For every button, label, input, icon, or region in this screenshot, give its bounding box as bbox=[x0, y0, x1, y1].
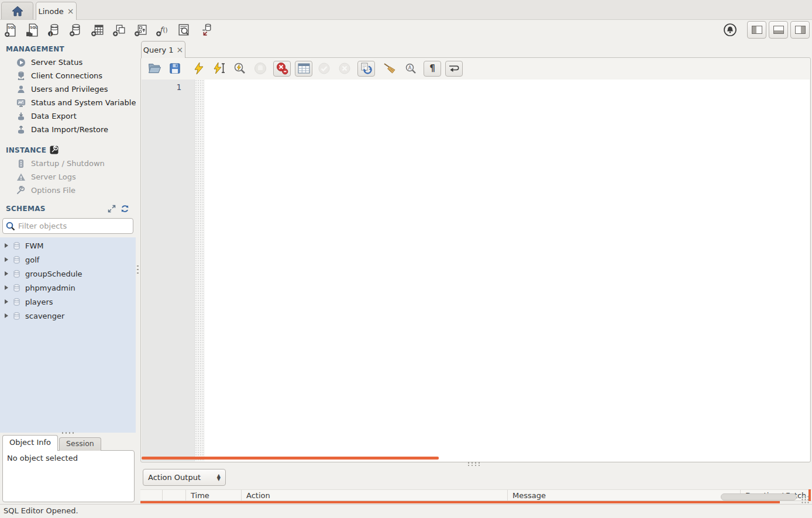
schema-icon bbox=[12, 298, 21, 306]
save-icon bbox=[169, 63, 181, 74]
code-area[interactable] bbox=[205, 80, 810, 461]
explain-plan-button[interactable] bbox=[232, 61, 247, 76]
server-logs-icon bbox=[16, 172, 26, 182]
find-button[interactable]: A bbox=[403, 61, 418, 76]
column-header-time[interactable]: Time bbox=[186, 490, 242, 500]
home-icon bbox=[12, 6, 23, 16]
sidebar-item-users-privileges[interactable]: Users and Privileges bbox=[0, 82, 136, 96]
overlay-scrollbar-thumb[interactable] bbox=[721, 493, 797, 500]
sidebar-item-status-variables[interactable]: Status and System Variables bbox=[0, 96, 136, 109]
execute-current-statement-button[interactable] bbox=[212, 61, 227, 76]
wrap-text-icon bbox=[449, 64, 459, 72]
execute-button[interactable] bbox=[191, 61, 207, 76]
code-fold-margin bbox=[195, 80, 205, 461]
open-file-button[interactable] bbox=[147, 61, 162, 76]
sql-editor[interactable]: 1 bbox=[142, 80, 810, 461]
output-view-selected: Action Output bbox=[148, 473, 217, 482]
output-panel: Action Output ▲▼ Time Action Message Dur… bbox=[140, 467, 811, 504]
stop-on-error-icon bbox=[276, 62, 288, 75]
sidebar-item-options-file[interactable]: Options File bbox=[0, 184, 136, 197]
expander-icon[interactable] bbox=[5, 243, 8, 248]
sidebar-item-label: Data Import/Restore bbox=[31, 125, 108, 134]
rollback-button bbox=[337, 61, 352, 76]
create-table-icon bbox=[90, 23, 105, 37]
schema-icon bbox=[12, 270, 21, 278]
create-schema-button[interactable] bbox=[65, 21, 87, 39]
show-invisibles-button[interactable]: ¶ bbox=[424, 61, 441, 77]
line-number-gutter: 1 bbox=[142, 80, 195, 461]
output-splitter-handle[interactable] bbox=[467, 461, 480, 466]
save-script-button[interactable] bbox=[167, 61, 183, 76]
sidebar-item-data-import[interactable]: Data Import/Restore bbox=[0, 123, 136, 136]
schema-row-golf[interactable]: golf bbox=[0, 253, 136, 267]
schemas-section-header: SCHEMAS bbox=[0, 197, 136, 215]
column-header-blank2[interactable] bbox=[163, 490, 186, 500]
create-procedure-icon bbox=[133, 23, 148, 37]
query-tab-label: Query 1 bbox=[143, 46, 174, 54]
beautify-sql-button[interactable] bbox=[383, 61, 398, 76]
sidebar-item-server-logs[interactable]: Server Logs bbox=[0, 170, 136, 184]
instance-section-title: INSTANCE bbox=[0, 136, 136, 157]
svg-text:SQL: SQL bbox=[8, 25, 15, 29]
users-privileges-icon bbox=[16, 84, 26, 94]
search-table-data-icon bbox=[177, 23, 191, 37]
info-panel-splitter-handle[interactable] bbox=[61, 431, 75, 434]
home-tab[interactable] bbox=[1, 2, 33, 19]
schema-row-phpmyadmin[interactable]: phpmyadmin bbox=[0, 281, 136, 295]
close-query-tab-icon[interactable]: × bbox=[177, 46, 184, 54]
reconnect-dbms-button[interactable] bbox=[195, 21, 216, 39]
output-view-selector[interactable]: Action Output ▲▼ bbox=[143, 469, 226, 486]
sidebar-splitter-handle[interactable] bbox=[136, 264, 139, 276]
notification-button[interactable] bbox=[720, 22, 740, 38]
toggle-left-sidebar-button[interactable] bbox=[747, 21, 766, 39]
column-header-blank1[interactable] bbox=[140, 490, 163, 500]
schema-inspector-button[interactable]: i bbox=[43, 21, 65, 39]
search-table-data-button[interactable] bbox=[173, 21, 195, 39]
expander-icon[interactable] bbox=[5, 285, 8, 290]
schema-filter-input[interactable] bbox=[16, 221, 130, 231]
tab-session[interactable]: Session bbox=[59, 437, 101, 451]
schema-icon bbox=[12, 241, 21, 250]
create-function-button[interactable]: ƒ () bbox=[152, 21, 173, 39]
expander-icon[interactable] bbox=[5, 257, 8, 262]
toggle-bottom-panel-button[interactable] bbox=[769, 21, 788, 39]
wrap-text-button[interactable] bbox=[445, 61, 463, 77]
schema-row-scavenger[interactable]: scavenger bbox=[0, 309, 136, 323]
schema-row-groupschedule[interactable]: groupSchedule bbox=[0, 267, 136, 281]
sidebar-item-server-status[interactable]: Server Status bbox=[0, 56, 136, 69]
new-sql-script-button[interactable]: SQL bbox=[0, 21, 22, 39]
close-connection-tab-icon[interactable]: × bbox=[67, 7, 74, 15]
create-procedure-button[interactable] bbox=[130, 21, 152, 39]
sidebar-item-data-export[interactable]: Data Export bbox=[0, 109, 136, 123]
sidebar-item-client-connections[interactable]: Client Connections bbox=[0, 69, 136, 82]
limit-rows-button[interactable] bbox=[295, 61, 312, 77]
window-resize-grip[interactable] bbox=[801, 495, 810, 503]
output-horizontal-scrollbar[interactable] bbox=[140, 501, 780, 503]
toggle-stop-on-error-button[interactable] bbox=[273, 61, 291, 77]
expand-icon bbox=[108, 205, 116, 213]
expander-icon[interactable] bbox=[5, 313, 8, 318]
expand-schemas-button[interactable] bbox=[106, 204, 117, 213]
sidebar-item-startup-shutdown[interactable]: Startup / Shutdown bbox=[0, 157, 136, 170]
query-tab[interactable]: Query 1 × bbox=[141, 41, 185, 58]
toggle-autocommit-button[interactable] bbox=[357, 61, 375, 77]
connection-tab-linode[interactable]: Linode × bbox=[36, 2, 77, 20]
reconnect-dbms-icon bbox=[198, 23, 213, 37]
tab-object-info[interactable]: Object Info bbox=[2, 435, 58, 451]
toggle-bottom-panel-icon bbox=[773, 26, 784, 34]
expander-icon[interactable] bbox=[5, 299, 8, 304]
expander-icon[interactable] bbox=[5, 271, 8, 276]
column-header-action[interactable]: Action bbox=[242, 490, 508, 500]
refresh-schemas-button[interactable] bbox=[119, 204, 130, 213]
open-sql-script-button[interactable]: SQL bbox=[22, 21, 43, 39]
create-table-button[interactable] bbox=[87, 21, 108, 39]
create-view-button[interactable] bbox=[108, 21, 130, 39]
editor-horizontal-scrollbar[interactable] bbox=[142, 457, 439, 460]
column-header-message[interactable]: Message bbox=[508, 490, 741, 500]
schema-row-players[interactable]: players bbox=[0, 295, 136, 309]
schema-name: FWM bbox=[25, 241, 44, 250]
schema-row-fwm[interactable]: FWM bbox=[0, 239, 136, 253]
toggle-left-sidebar-icon bbox=[752, 26, 762, 34]
toggle-right-sidebar-button[interactable] bbox=[790, 21, 810, 39]
sql-editor-frame: A ¶ 1 bbox=[140, 57, 811, 462]
